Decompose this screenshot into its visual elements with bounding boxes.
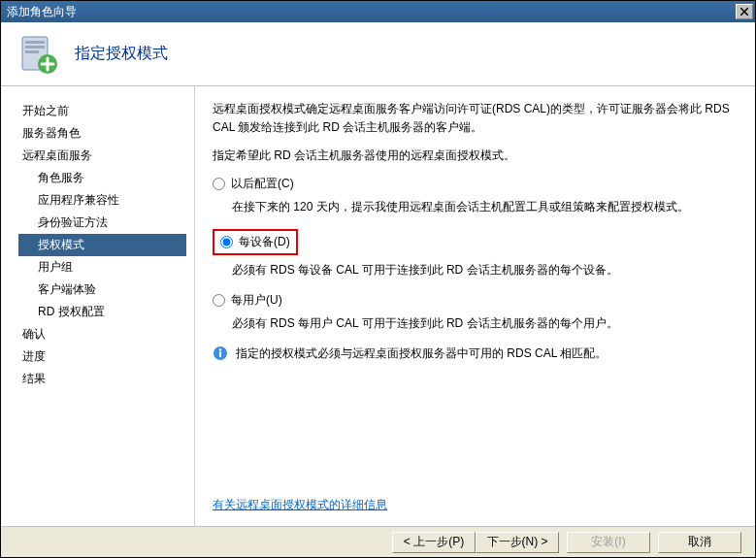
svg-rect-1 bbox=[25, 41, 45, 44]
highlight-box: 每设备(D) bbox=[213, 229, 298, 255]
sidebar-item-0[interactable]: 开始之前 bbox=[18, 100, 186, 122]
prev-button[interactable]: < 上一步(P) bbox=[392, 532, 476, 553]
sidebar-item-8[interactable]: 客户端体验 bbox=[18, 279, 186, 301]
radio-sub-2: 必须有 RDS 每用户 CAL 可用于连接到此 RD 会话主机服务器的每个用户。 bbox=[232, 314, 738, 332]
description-1: 远程桌面授权模式确定远程桌面服务客户端访问许可证(RDS CAL)的类型，许可证… bbox=[213, 100, 738, 137]
page-title: 指定授权模式 bbox=[75, 44, 168, 64]
radio-group: 以后配置(C)在接下来的 120 天内，提示我使用远程桌面会话主机配置工具或组策… bbox=[213, 176, 738, 332]
close-icon bbox=[740, 8, 748, 16]
header: 指定授权模式 bbox=[1, 22, 755, 86]
sidebar-item-11[interactable]: 进度 bbox=[18, 345, 186, 368]
help-link-row: 有关远程桌面授权模式的详细信息 bbox=[213, 497, 387, 513]
sidebar-item-2[interactable]: 远程桌面服务 bbox=[18, 145, 186, 167]
radio-option-0[interactable] bbox=[213, 178, 225, 190]
svg-rect-7 bbox=[219, 351, 221, 357]
svg-rect-3 bbox=[25, 50, 39, 53]
sidebar-item-5[interactable]: 身份验证方法 bbox=[18, 212, 186, 234]
sidebar-item-1[interactable]: 服务器角色 bbox=[18, 122, 186, 145]
wizard-icon bbox=[15, 31, 61, 78]
sidebar-item-7[interactable]: 用户组 bbox=[18, 256, 186, 279]
radio-sub-0: 在接下来的 120 天内，提示我使用远程桌面会话主机配置工具或组策略来配置授权模… bbox=[232, 198, 738, 215]
radio-label-1: 每设备(D) bbox=[239, 234, 290, 250]
sidebar-item-12[interactable]: 结果 bbox=[18, 368, 186, 390]
radio-option-2[interactable] bbox=[213, 294, 225, 307]
info-text: 指定的授权模式必须与远程桌面授权服务器中可用的 RDS CAL 相匹配。 bbox=[236, 345, 607, 362]
radio-label-0: 以后配置(C) bbox=[231, 176, 294, 192]
radio-option-1[interactable] bbox=[220, 236, 233, 248]
sidebar-item-6[interactable]: 授权模式 bbox=[18, 234, 186, 256]
main-panel: 远程桌面授权模式确定远程桌面服务客户端访问许可证(RDS CAL)的类型，许可证… bbox=[195, 86, 755, 527]
window-title: 添加角色向导 bbox=[7, 4, 736, 20]
radio-sub-1: 必须有 RDS 每设备 CAL 可用于连接到此 RD 会话主机服务器的每个设备。 bbox=[232, 261, 738, 279]
sidebar-item-3[interactable]: 角色服务 bbox=[18, 167, 186, 189]
next-button[interactable]: 下一步(N) > bbox=[476, 532, 559, 553]
info-row: 指定的授权模式必须与远程桌面授权服务器中可用的 RDS CAL 相匹配。 bbox=[213, 345, 738, 362]
install-button: 安装(I) bbox=[567, 532, 650, 553]
sidebar-item-10[interactable]: 确认 bbox=[18, 323, 186, 345]
info-icon bbox=[213, 345, 228, 361]
help-link[interactable]: 有关远程桌面授权模式的详细信息 bbox=[213, 498, 387, 511]
titlebar: 添加角色向导 bbox=[1, 1, 755, 22]
sidebar-item-4[interactable]: 应用程序兼容性 bbox=[18, 189, 186, 212]
close-button[interactable] bbox=[736, 4, 753, 19]
sidebar-item-9[interactable]: RD 授权配置 bbox=[18, 301, 186, 323]
sidebar: 开始之前服务器角色远程桌面服务角色服务应用程序兼容性身份验证方法授权模式用户组客… bbox=[1, 86, 195, 527]
cancel-button[interactable]: 取消 bbox=[658, 532, 741, 553]
svg-point-6 bbox=[219, 348, 221, 350]
footer: < 上一步(P) 下一步(N) > 安装(I) 取消 bbox=[1, 526, 755, 557]
description-2: 指定希望此 RD 会话主机服务器使用的远程桌面授权模式。 bbox=[213, 147, 738, 165]
svg-rect-2 bbox=[25, 46, 45, 49]
radio-label-2: 每用户(U) bbox=[231, 292, 282, 309]
